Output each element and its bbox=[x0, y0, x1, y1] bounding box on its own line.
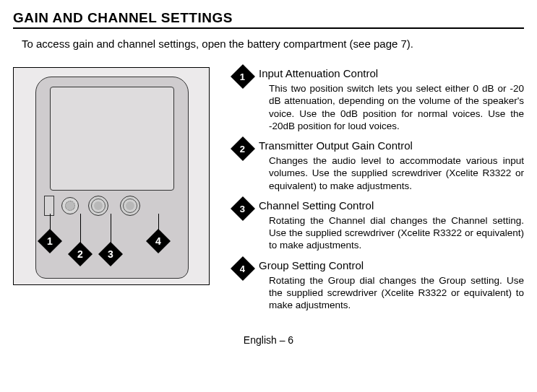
list-item: 1 Input Attenuation Control This two pos… bbox=[234, 67, 524, 132]
list-item: 3 Channel Setting Control Rotating the C… bbox=[234, 199, 524, 252]
description-column: 1 Input Attenuation Control This two pos… bbox=[234, 67, 524, 318]
list-item: 2 Transmitter Output Gain Control Change… bbox=[234, 139, 524, 192]
gain-trimmer bbox=[61, 197, 79, 214]
item-description: This two position switch lets you select… bbox=[269, 82, 524, 132]
item-number-badge: 3 bbox=[231, 196, 255, 221]
item-title: Transmitter Output Gain Control bbox=[259, 139, 524, 152]
item-description: Changes the audio level to accommodate v… bbox=[269, 154, 524, 192]
item-description: Rotating the Channel dial changes the Ch… bbox=[269, 214, 524, 252]
list-item: 4 Group Setting Control Rotating the Gro… bbox=[234, 259, 524, 312]
page-footer: English – 6 bbox=[13, 334, 524, 346]
item-title: Input Attenuation Control bbox=[259, 67, 524, 79]
channel-dial bbox=[88, 196, 108, 216]
item-number-badge: 2 bbox=[231, 136, 255, 161]
item-description: Rotating the Group dial changes the Grou… bbox=[269, 274, 524, 312]
page-title: GAIN AND CHANNEL SETTINGS bbox=[13, 10, 524, 29]
item-number-badge: 4 bbox=[231, 256, 255, 281]
device-illustration: 1 2 3 4 bbox=[13, 67, 210, 285]
item-number-badge: 1 bbox=[231, 64, 255, 89]
battery-inner-panel bbox=[50, 87, 174, 191]
intro-text: To access gain and channel settings, ope… bbox=[22, 38, 524, 50]
item-title: Group Setting Control bbox=[259, 259, 524, 271]
item-title: Channel Setting Control bbox=[259, 199, 524, 212]
content-row: 1 2 3 4 1 Input Attenuation Control This… bbox=[13, 67, 524, 318]
illustration-column: 1 2 3 4 bbox=[13, 67, 223, 318]
attenuation-switch bbox=[44, 196, 54, 216]
group-dial bbox=[120, 196, 140, 216]
